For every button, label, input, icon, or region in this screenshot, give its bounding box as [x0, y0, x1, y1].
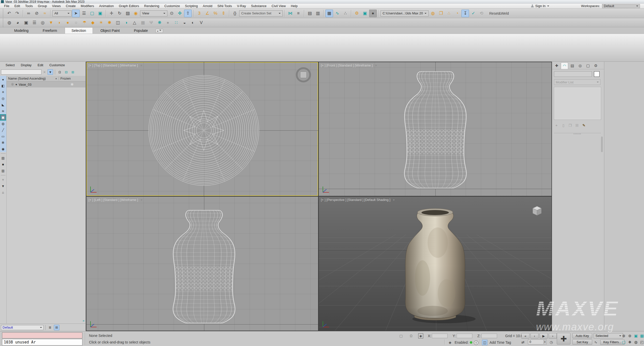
- frame-spinner[interactable]: ▲▼: [543, 340, 546, 344]
- viewport-left[interactable]: [+ ] [Left ] [Standard ] [Wireframe ] ▼: [86, 197, 318, 331]
- create-tab[interactable]: ✚: [553, 62, 560, 69]
- list-icon[interactable]: ☰: [31, 19, 38, 27]
- visibility-eye-icon[interactable]: ☉: [11, 83, 14, 86]
- viewport-filter-icon[interactable]: ▼: [375, 64, 377, 67]
- selection-lock-icon[interactable]: Ω: [409, 333, 414, 338]
- make-unique-icon[interactable]: ❐: [567, 122, 573, 128]
- object-name[interactable]: Vase_03: [19, 83, 31, 86]
- selection-region-icon[interactable]: ▢: [398, 333, 404, 338]
- explorer-detail-view-icon[interactable]: ▥: [0, 168, 6, 174]
- sphere-gizmo-icon[interactable]: ◑: [122, 19, 130, 27]
- menu-item[interactable]: Tools: [23, 4, 35, 8]
- viewport-label[interactable]: [+ ] [Front ] [Standard ] [Wireframe ] ▼: [321, 63, 377, 67]
- undo-icon[interactable]: ↶: [5, 10, 13, 17]
- display-lights-icon[interactable]: ☀: [0, 89, 6, 95]
- expand-tree-icon[interactable]: ⊞: [70, 69, 76, 75]
- filter-combinations-disabled-icon[interactable]: ▼: [0, 177, 6, 183]
- viewport-front[interactable]: [+ ] [Front ] [Standard ] [Wireframe ] ▼: [319, 62, 551, 196]
- paint-bucket-icon[interactable]: ◐: [189, 19, 197, 27]
- search-input[interactable]: [1, 70, 41, 75]
- rollout-splitter[interactable]: ••••••: [554, 133, 601, 135]
- color-dots-icon[interactable]: ∷: [172, 19, 180, 27]
- viewport-label[interactable]: [+ ] [Perspective ] [Standard ] [Default…: [321, 198, 395, 202]
- panel-scrollbar[interactable]: [601, 136, 603, 152]
- percent-snap-icon[interactable]: %: [212, 10, 219, 17]
- collapse-tree-icon[interactable]: ⊟: [63, 69, 69, 75]
- motion-tab[interactable]: ◎: [576, 62, 584, 69]
- revert-history-icon[interactable]: ⟲: [478, 10, 485, 17]
- time-configuration-icon[interactable]: ◷: [549, 340, 554, 345]
- selection-filter-select[interactable]: All: [52, 10, 72, 16]
- hierarchy-tab[interactable]: ▤: [569, 62, 576, 69]
- display-bone-objects-icon[interactable]: ╱: [0, 127, 6, 133]
- display-frozen-icon[interactable]: ✻: [0, 140, 6, 146]
- remove-modifier-icon[interactable]: ☒: [574, 122, 580, 128]
- maxscript-mini-listener-pink[interactable]: [2, 332, 82, 338]
- display-cameras-icon[interactable]: ◎: [0, 95, 6, 102]
- render-anim-teapot-icon[interactable]: ◔: [453, 10, 461, 17]
- render-gear-teapot-icon[interactable]: ◍: [429, 10, 437, 17]
- select-object-icon[interactable]: ➤: [72, 10, 80, 17]
- sphere-light-icon[interactable]: ●: [64, 19, 72, 27]
- teapot-icon[interactable]: ◍: [6, 19, 13, 27]
- select-and-manipulate-icon[interactable]: ✜: [176, 10, 184, 17]
- snaps-toggle-3d-icon[interactable]: 3: [195, 10, 203, 17]
- schematic-view-icon[interactable]: ∴: [342, 10, 349, 17]
- set-keys-button[interactable]: ✚: [557, 333, 570, 344]
- explorer-menu-item[interactable]: Edit: [35, 63, 46, 67]
- toggle-layer-explorer-icon[interactable]: ▥: [314, 10, 322, 17]
- next-frame-button[interactable]: ›: [549, 333, 557, 339]
- table-row[interactable]: ☉ ● Vase_03 ✻: [7, 81, 85, 87]
- tab-object-paint[interactable]: Object Paint: [94, 28, 126, 34]
- bind-to-space-warp-icon[interactable]: ≈: [41, 10, 49, 17]
- plane-light-icon[interactable]: ◆: [89, 19, 97, 27]
- viewport-label[interactable]: [+ ] [Left ] [Standard ] [Wireframe ] ▼: [88, 198, 143, 202]
- display-spacewarps-icon[interactable]: ≋: [0, 108, 6, 114]
- absolute-relative-toggle-icon[interactable]: ◈: [418, 333, 423, 338]
- select-and-scale-icon[interactable]: ▨: [124, 10, 131, 17]
- active-layer-select[interactable]: Default: [1, 325, 43, 330]
- viewport-perspective[interactable]: [+ ] [Perspective ] [Standard ] [Default…: [319, 197, 551, 331]
- modifier-stack[interactable]: [554, 87, 601, 120]
- key-mode-toggle-icon[interactable]: ⇄: [520, 340, 525, 345]
- hierarchy-view-icon[interactable]: ⊞: [54, 325, 59, 330]
- check-circle-icon[interactable]: ✓: [470, 10, 477, 17]
- menu-item[interactable]: Civil View: [269, 4, 288, 8]
- show-end-result-icon[interactable]: ▯: [560, 122, 566, 128]
- window-crossing-toggle-icon[interactable]: ▣: [96, 10, 104, 17]
- auto-key-button[interactable]: Auto Key: [572, 333, 592, 338]
- maximize-viewport-toggle-icon[interactable]: ◰: [639, 339, 644, 345]
- tab-selection[interactable]: Selection: [65, 27, 93, 34]
- display-geometry-icon[interactable]: ●: [0, 76, 6, 83]
- menu-item[interactable]: Edit: [12, 4, 23, 8]
- menu-item[interactable]: Scripting: [183, 4, 201, 8]
- viewcube[interactable]: [531, 205, 543, 217]
- align-icon[interactable]: ≡: [295, 10, 302, 17]
- tab-freeform[interactable]: Freeform: [36, 28, 64, 34]
- display-shapes-icon[interactable]: ◧: [0, 83, 6, 89]
- viewport-top[interactable]: [+ ] [Top ] [Standard ] [Wireframe ] ▼: [86, 62, 318, 196]
- menu-item[interactable]: Rendering: [142, 4, 162, 8]
- viewport-filter-icon[interactable]: ▼: [140, 198, 143, 201]
- display-frames-icon[interactable]: ▭: [0, 133, 6, 140]
- configure-modifier-sets-icon[interactable]: ✎: [581, 122, 587, 128]
- menu-item[interactable]: Graph Editors: [116, 4, 142, 8]
- filter-icon[interactable]: ▼: [0, 183, 6, 189]
- current-frame-field[interactable]: 0 ▲▼: [528, 339, 547, 344]
- cube-helper-icon[interactable]: ◫: [114, 19, 122, 27]
- redo-icon[interactable]: ↷: [13, 10, 21, 17]
- select-and-rotate-icon[interactable]: ↻: [116, 10, 123, 17]
- set-key-button[interactable]: Set Key: [572, 339, 592, 345]
- ribbon-collapse-button[interactable]: ▴: [156, 29, 163, 33]
- pan-icon[interactable]: ❖: [627, 339, 633, 345]
- y-coordinate-field[interactable]: [457, 334, 472, 338]
- menu-item[interactable]: V-Ray: [234, 4, 248, 8]
- enabled-count-badge[interactable]: 0: [474, 340, 478, 345]
- rectangular-selection-region-icon[interactable]: ▢: [88, 10, 96, 17]
- unlink-selection-icon[interactable]: ⊘: [33, 10, 40, 17]
- render-setup-icon[interactable]: ⚙: [353, 10, 361, 17]
- use-pivot-point-center-icon[interactable]: ⊙: [168, 10, 175, 17]
- select-and-move-icon[interactable]: ✛: [108, 10, 115, 17]
- menu-item[interactable]: Group: [35, 4, 50, 8]
- maxscript-mini-listener[interactable]: 1038 unused Ar: [2, 339, 82, 345]
